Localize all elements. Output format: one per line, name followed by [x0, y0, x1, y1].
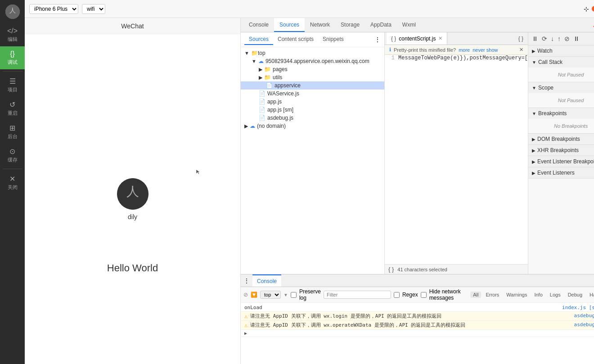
step-out-btn[interactable]: ↑: [557, 34, 562, 43]
console-row-warn-1: ⚠ 请注意无 AppID 关联下，调用 wx.login 是受限的，API 的返…: [241, 312, 594, 321]
step-into-btn[interactable]: ↓: [550, 34, 555, 43]
event-listeners-header[interactable]: ▶Event Listeners ↻: [528, 167, 594, 178]
sidebar-item-close[interactable]: ✕ 关闭: [0, 171, 25, 194]
tab-console[interactable]: Console: [243, 18, 274, 32]
tree-item-utils[interactable]: ▶ 📁 utils: [241, 73, 384, 81]
deactivate-breakpoints-btn[interactable]: ⊘: [563, 34, 571, 43]
pretty-print-never-link[interactable]: never show: [472, 47, 498, 53]
no-breakpoints-label: No Breakpoints: [532, 121, 594, 131]
cursor-icon[interactable]: ⊹: [584, 5, 589, 13]
device-select[interactable]: iPhone 6 Plus: [29, 4, 78, 14]
file-tab-sources[interactable]: Sources: [244, 34, 273, 45]
code-area[interactable]: 1 MessageToWebPage(e)}),postMessageQuery…: [385, 55, 528, 264]
devtools-tab-bar: Console Sources Network Storage AppData …: [241, 18, 594, 32]
chevron-right-icon: ▶: [259, 67, 262, 72]
tree-item-pages[interactable]: ▶ 📁 pages: [241, 65, 384, 73]
step-over-btn[interactable]: ⟳: [541, 34, 548, 43]
phone-title: WeChat: [25, 18, 240, 34]
console-tab[interactable]: Console: [252, 274, 281, 287]
regex-checkbox[interactable]: [394, 292, 400, 298]
console-warn-1-text: 请注意无 AppID 关联下，调用 wx.login 是受限的，API 的返回是…: [250, 313, 570, 319]
xhr-bp-chevron: ▶: [532, 148, 536, 153]
console-filter-input[interactable]: [324, 291, 391, 299]
call-stack-section: ▼Call Stack Not Paused: [528, 57, 594, 82]
console-warn-2-source[interactable]: asdebug.js:1: [574, 322, 594, 328]
cache-icon: ⊙: [9, 147, 15, 156]
pretty-print-close[interactable]: ✕: [519, 47, 523, 53]
format-button[interactable]: { }: [516, 36, 526, 42]
tree-item-waservice[interactable]: 📄 WAService.js: [241, 90, 384, 98]
file-tabs: Sources Content scripts Snippets: [244, 34, 348, 45]
pretty-print-more-link[interactable]: more: [459, 47, 470, 53]
level-all[interactable]: All: [470, 292, 481, 298]
tab-sources[interactable]: Sources: [274, 18, 305, 32]
event-listener-bp-header[interactable]: ▶Event Listener Breakpoints: [528, 156, 594, 167]
xhr-breakpoints-header[interactable]: ▶XHR Breakpoints +: [528, 145, 594, 156]
tree-item-appjs-sm[interactable]: 📄 app.js [sm]: [241, 106, 384, 114]
editor-tab-close-btn[interactable]: ✕: [438, 36, 442, 41]
sidebar-divider-2: [3, 169, 22, 169]
content: WeChat 人 dily Hello World Console Source…: [25, 18, 594, 364]
scope-section: ▼Scope Not Paused: [528, 82, 594, 108]
file-tree-header: Sources Content scripts Snippets ⋮: [241, 32, 384, 47]
chevron-down-icon-2: ▼: [252, 58, 256, 64]
call-stack-header[interactable]: ▼Call Stack: [528, 57, 594, 67]
tree-item-appservice[interactable]: 📄 appservice: [241, 81, 384, 90]
breakpoints-header[interactable]: ▼Breakpoints: [528, 108, 594, 119]
console-menu-icon[interactable]: ⋮: [243, 277, 250, 284]
svg-text:人: 人: [9, 7, 16, 14]
tab-wxml[interactable]: Wxml: [397, 18, 421, 32]
console-row-onload: onLoad index.js [sm]:16: [241, 304, 594, 312]
file-tree-content: ▼ 📁 top ▼ ☁ 950829344.appservice.open.we…: [241, 47, 384, 132]
sidebar-item-cache[interactable]: ⊙ 缓存: [0, 144, 25, 167]
appjs-file-icon: 📄: [259, 99, 266, 105]
watch-section: ▶Watch + ↻: [528, 45, 594, 57]
level-info[interactable]: Info: [531, 292, 545, 298]
tab-network[interactable]: Network: [305, 18, 335, 32]
tab-appdata[interactable]: AppData: [365, 18, 397, 32]
file-tab-snippets[interactable]: Snippets: [318, 34, 348, 45]
level-logs[interactable]: Logs: [547, 292, 563, 298]
dom-breakpoints-header[interactable]: ▶DOM Breakpoints: [528, 134, 594, 144]
level-warnings[interactable]: Warnings: [504, 292, 530, 298]
watch-header[interactable]: ▶Watch + ↻: [528, 45, 594, 56]
hide-network-checkbox[interactable]: [421, 292, 427, 298]
scope-header[interactable]: ▼Scope: [528, 82, 594, 93]
editor-tab-contentscript[interactable]: { } contentScript.js ✕: [387, 32, 447, 45]
file-tree-menu-icon[interactable]: ⋮: [374, 36, 381, 43]
tree-item-appjs[interactable]: 📄 app.js: [241, 98, 384, 106]
sources-panel: Sources Content scripts Snippets ⋮: [241, 32, 594, 274]
sidebar-item-restart[interactable]: ↺ 重启: [0, 97, 25, 120]
tree-item-top[interactable]: ▼ 📁 top: [241, 49, 384, 57]
level-handled[interactable]: Handled: [587, 292, 594, 298]
chevron-right-icon-2: ▶: [259, 75, 262, 81]
level-debug[interactable]: Debug: [565, 292, 585, 298]
pause-btn[interactable]: ⏸: [531, 34, 539, 43]
topbar-icons: ⊹ 2 ⋮: [584, 4, 594, 13]
tree-item-asdebug[interactable]: 📄 asdebug.js: [241, 114, 384, 122]
tree-item-domain[interactable]: ▼ ☁ 950829344.appservice.open.weixin.qq.…: [241, 57, 384, 65]
file-tab-content-scripts[interactable]: Content scripts: [273, 34, 318, 45]
call-stack-body: Not Paused: [528, 67, 594, 82]
breakpoints-body: No Breakpoints: [528, 119, 594, 133]
sidebar-item-project[interactable]: ☰ 项目: [0, 73, 25, 97]
svg-text:人: 人: [126, 184, 139, 198]
console-warn-1-source[interactable]: asdebug.js:1: [574, 313, 594, 319]
level-errors[interactable]: Errors: [483, 292, 502, 298]
sidebar-item-editor[interactable]: </> 编辑: [0, 23, 25, 46]
console-context-select[interactable]: top: [260, 291, 281, 299]
event-listeners-section: ▶Event Listeners ↻: [528, 167, 594, 179]
tree-item-no-domain[interactable]: ▶ ☁ (no domain): [241, 122, 384, 130]
console-block-icon[interactable]: ⊘: [243, 292, 248, 298]
console-filter-icon[interactable]: 🔽: [251, 292, 257, 298]
preserve-log-checkbox[interactable]: [291, 292, 297, 298]
console-content: onLoad index.js [sm]:16 ⚠ 请注意无 AppID 关联下…: [241, 303, 594, 364]
console-onload-source[interactable]: index.js [sm]:16: [562, 305, 594, 310]
tab-storage[interactable]: Storage: [335, 18, 365, 32]
braces-icon[interactable]: { }: [388, 266, 394, 273]
dont-pause-on-exceptions-btn[interactable]: ⏸: [572, 34, 580, 43]
console-row-input: ▶: [241, 330, 594, 337]
network-select[interactable]: wifi: [82, 4, 105, 14]
sidebar-item-debug[interactable]: {} 调试: [0, 46, 25, 69]
sidebar-item-backend[interactable]: ⊞ 后台: [0, 120, 25, 144]
